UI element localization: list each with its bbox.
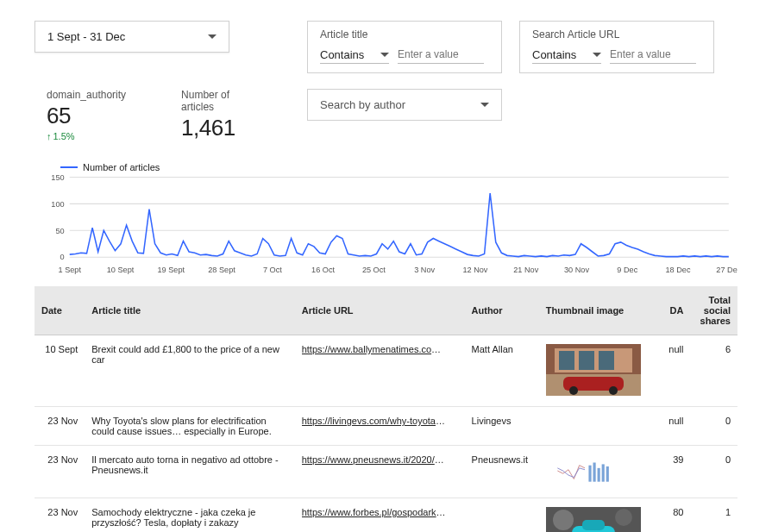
svg-rect-25 (559, 351, 574, 370)
svg-text:100: 100 (51, 198, 64, 208)
cell-thumb (539, 446, 654, 498)
cell-thumb (539, 407, 654, 446)
svg-rect-27 (599, 351, 614, 370)
svg-text:21 Nov: 21 Nov (513, 264, 538, 273)
cell-title: Samochody elektryczne - jaka czeka je pr… (85, 498, 294, 533)
col-title[interactable]: Article title (85, 286, 294, 335)
chevron-down-icon (480, 103, 489, 107)
svg-point-38 (553, 510, 574, 530)
articles-over-time-chart: Number of articles 0501001501 Sept10 Sep… (35, 162, 737, 276)
cell-da: 39 (654, 446, 690, 498)
cell-da: null (654, 335, 690, 407)
svg-rect-42 (582, 520, 605, 530)
col-da[interactable]: DA (654, 286, 690, 335)
svg-text:7 Oct: 7 Oct (263, 264, 282, 273)
col-author[interactable]: Author (465, 286, 539, 335)
cell-author: Pneusnews.it (465, 446, 539, 498)
svg-rect-33 (593, 463, 595, 482)
legend-line-icon (60, 166, 78, 168)
col-thumb[interactable]: Thumbnail image (539, 286, 654, 335)
filter-article-title: Article title Contains (307, 21, 502, 73)
filter-value-input[interactable] (398, 46, 484, 64)
cell-date: 23 Nov (35, 407, 85, 446)
cell-author: Matt Allan (465, 335, 539, 407)
article-link[interactable]: https://www.ballymenatimes.com/lifestyl (302, 344, 449, 354)
article-link[interactable]: https://livingevs.com/why-toyotas-slow- (302, 416, 449, 426)
chevron-down-icon (593, 53, 601, 57)
svg-rect-34 (597, 468, 599, 482)
svg-rect-31 (555, 454, 615, 487)
table-row[interactable]: 23 Nov Why Toyota's slow plans for elect… (35, 407, 737, 446)
svg-rect-26 (579, 351, 594, 370)
svg-text:18 Dec: 18 Dec (666, 264, 691, 273)
cell-date: 23 Nov (35, 498, 85, 533)
cell-da: 80 (654, 498, 690, 533)
svg-rect-32 (588, 466, 591, 482)
articles-table: Date Article title Article URL Author Th… (35, 286, 737, 532)
cell-shares: 1 (690, 498, 737, 533)
svg-point-30 (609, 386, 618, 395)
cell-date: 23 Nov (35, 446, 85, 498)
svg-point-29 (569, 386, 578, 395)
cell-url: https://www.forbes.pl/gospodarka/samoc (295, 498, 465, 533)
up-arrow-icon: ↑ (47, 131, 52, 141)
filter-label: Search Article URL (532, 28, 701, 41)
date-range-picker[interactable]: 1 Sept - 31 Dec (35, 21, 229, 53)
filter-value-input[interactable] (610, 46, 696, 64)
filter-author-select[interactable]: Search by author (307, 89, 502, 121)
cell-title: Why Toyota's slow plans for electrificat… (85, 407, 294, 446)
svg-text:3 Nov: 3 Nov (414, 264, 435, 273)
filter-label: Article title (320, 28, 489, 41)
cell-author (465, 498, 539, 533)
date-range-text: 1 Sept - 31 Dec (47, 30, 125, 43)
cell-url: https://www.pneusnews.it/2020/11/23/il- (295, 446, 465, 498)
svg-text:28 Sept: 28 Sept (208, 264, 235, 273)
cell-thumb (539, 498, 654, 533)
svg-text:27 Dec: 27 Dec (716, 264, 737, 273)
filter-operator-select[interactable]: Contains (532, 47, 601, 64)
legend-label: Number of articles (83, 162, 160, 172)
svg-text:25 Oct: 25 Oct (362, 264, 386, 273)
article-link[interactable]: https://www.forbes.pl/gospodarka/samoc (302, 507, 449, 517)
cell-author: Livingevs (465, 407, 539, 446)
cell-title: Il mercato auto torna in negativo ad ott… (85, 446, 294, 498)
cell-shares: 0 (690, 407, 737, 446)
cell-title: Brexit could add £1,800 to the price of … (85, 335, 294, 407)
col-shares[interactable]: Total social shares (690, 286, 737, 335)
cell-shares: 6 (690, 335, 737, 407)
svg-text:50: 50 (55, 225, 64, 235)
table-row[interactable]: 23 Nov Samochody elektryczne - jaka czek… (35, 498, 737, 533)
cell-thumb (539, 335, 654, 407)
svg-text:1 Sept: 1 Sept (59, 264, 82, 273)
cell-date: 10 Sept (35, 335, 85, 407)
svg-rect-36 (606, 466, 608, 482)
table-row[interactable]: 23 Nov Il mercato auto torna in negativo… (35, 446, 737, 498)
chevron-down-icon (380, 53, 389, 57)
filter-article-url: Search Article URL Contains (519, 21, 714, 73)
svg-text:16 Oct: 16 Oct (311, 264, 335, 273)
filter-operator-select[interactable]: Contains (320, 47, 389, 64)
col-date[interactable]: Date (35, 286, 85, 335)
svg-text:9 Dec: 9 Dec (617, 264, 637, 273)
cell-url: https://www.ballymenatimes.com/lifestyl (295, 335, 465, 407)
stat-domain-authority: domain_authority 65 ↑1.5% (35, 89, 126, 141)
cell-shares: 0 (690, 446, 737, 498)
chevron-down-icon (208, 34, 217, 39)
svg-text:30 Nov: 30 Nov (564, 264, 589, 273)
svg-text:10 Sept: 10 Sept (107, 264, 135, 273)
cell-url: https://livingevs.com/why-toyotas-slow- (295, 407, 465, 446)
svg-text:12 Nov: 12 Nov (462, 264, 487, 273)
svg-rect-35 (601, 464, 604, 481)
cell-da: null (654, 407, 690, 446)
svg-text:0: 0 (60, 252, 65, 261)
svg-text:150: 150 (51, 172, 64, 182)
svg-point-40 (615, 509, 632, 526)
table-row[interactable]: 10 Sept Brexit could add £1,800 to the p… (35, 335, 737, 407)
col-url[interactable]: Article URL (295, 286, 465, 335)
stat-num-articles: Number of articles 1,461 (169, 89, 235, 141)
table-header-row: Date Article title Article URL Author Th… (35, 286, 737, 335)
article-link[interactable]: https://www.pneusnews.it/2020/11/23/il- (302, 454, 449, 465)
svg-text:19 Sept: 19 Sept (158, 264, 185, 273)
